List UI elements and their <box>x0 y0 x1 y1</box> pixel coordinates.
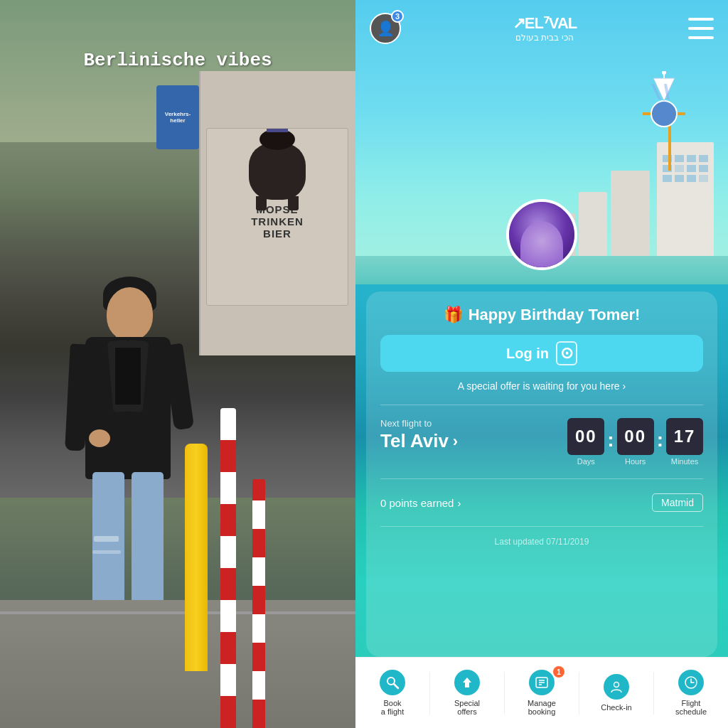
book-flight-label: Booka flight <box>381 699 404 716</box>
check-in-label: Check-in <box>601 703 631 712</box>
countdown-hours: 00 Hours <box>617 418 654 466</box>
nav-special-offers[interactable]: Specialoffers <box>430 663 504 723</box>
special-offer-link[interactable]: A special offer is waiting for you here … <box>380 380 703 392</box>
colon-2: : <box>657 429 663 451</box>
nav-book-flight[interactable]: Booka flight <box>355 663 429 723</box>
flight-label: Next flight to <box>380 418 458 429</box>
svg-line-4 <box>394 684 398 688</box>
right-panel: 👤 3 EL⁷VAL↗ הכי בבית בעולם <box>355 0 728 728</box>
profile-avatar <box>506 199 577 270</box>
left-panel: MOPSE TRINKEN BIER Verkehrs-heller Berli… <box>0 0 355 728</box>
days-label: Days <box>577 457 595 466</box>
hours-box: 00 <box>617 418 654 455</box>
menu-line-1 <box>688 18 714 21</box>
countdown-timer: 00 Days : 00 Hours : 17 Minutes <box>567 418 703 466</box>
login-button-label: Log in <box>506 346 549 362</box>
face-id-icon: ⊙ <box>556 341 577 365</box>
logo-subtitle-text: הכי בבית בעולם <box>513 33 577 43</box>
notification-count: 3 <box>391 10 404 23</box>
hamburger-menu-button[interactable] <box>688 18 714 39</box>
menu-line-3 <box>688 36 714 39</box>
nav-check-in[interactable]: Check-in <box>579 667 653 719</box>
minutes-box: 17 <box>666 418 703 455</box>
manage-booking-badge: 1 <box>553 666 564 678</box>
logo-main-text: EL⁷VAL↗ <box>513 14 577 33</box>
destination-chevron: › <box>453 432 458 451</box>
svg-point-0 <box>651 101 677 127</box>
check-in-icon <box>604 674 629 700</box>
nav-flight-schedule[interactable]: Flightschedule <box>654 663 728 723</box>
countdown-days: 00 Days <box>567 418 604 466</box>
hours-label: Hours <box>625 457 646 466</box>
svg-point-9 <box>614 682 619 687</box>
birthday-hat-decoration <box>643 71 685 131</box>
gift-icon: 🎁 <box>444 306 463 324</box>
manage-booking-icon <box>529 670 555 695</box>
divider-2 <box>380 478 703 479</box>
special-offers-label: Specialoffers <box>454 699 480 716</box>
birthday-greeting: 🎁 Happy Birthday Tomer! <box>380 306 703 324</box>
content-area: 🎁 Happy Birthday Tomer! Log in ⊙ A speci… <box>366 291 717 657</box>
flight-schedule-icon <box>678 670 704 695</box>
app-header: 👤 3 EL⁷VAL↗ הכי בבית בעולם <box>355 0 728 57</box>
points-row: 0 points earned › Matmid <box>380 485 703 520</box>
profile-section <box>506 199 577 270</box>
flight-row: Next flight to Tel Aviv › 00 Days : 00 <box>380 411 703 473</box>
notification-badge[interactable]: 👤 3 <box>370 13 401 44</box>
book-flight-icon <box>380 670 405 695</box>
flight-destination[interactable]: Tel Aviv › <box>380 430 458 452</box>
points-chevron: › <box>457 497 461 509</box>
points-link[interactable]: 0 points earned › <box>380 497 461 509</box>
points-text: 0 points earned <box>380 497 454 509</box>
login-button[interactable]: Log in ⊙ <box>380 335 703 372</box>
days-box: 00 <box>567 418 604 455</box>
minutes-label: Minutes <box>671 457 699 466</box>
greeting-text: Happy Birthday Tomer! <box>469 306 641 324</box>
manage-booking-label: Managebooking <box>528 699 556 716</box>
flight-schedule-label: Flightschedule <box>675 699 707 716</box>
divider-3 <box>380 526 703 527</box>
header-left: 👤 3 <box>370 13 401 44</box>
last-updated-text: Last updated 07/11/2019 <box>380 532 703 547</box>
nav-manage-booking[interactable]: 1 Managebooking <box>505 663 579 723</box>
matmid-badge[interactable]: Matmid <box>652 493 703 512</box>
app-logo: EL⁷VAL↗ הכי בבית בעולם <box>513 14 577 43</box>
divider-1 <box>380 405 703 405</box>
colon-1: : <box>607 429 614 451</box>
post-title: Berlinische vibes <box>83 50 272 71</box>
special-offers-icon <box>454 670 480 695</box>
menu-line-2 <box>688 27 714 30</box>
bottom-navigation: Booka flight Specialoffers 1 <box>355 657 728 728</box>
countdown-minutes: 17 Minutes <box>666 418 703 466</box>
svg-point-2 <box>662 71 666 75</box>
